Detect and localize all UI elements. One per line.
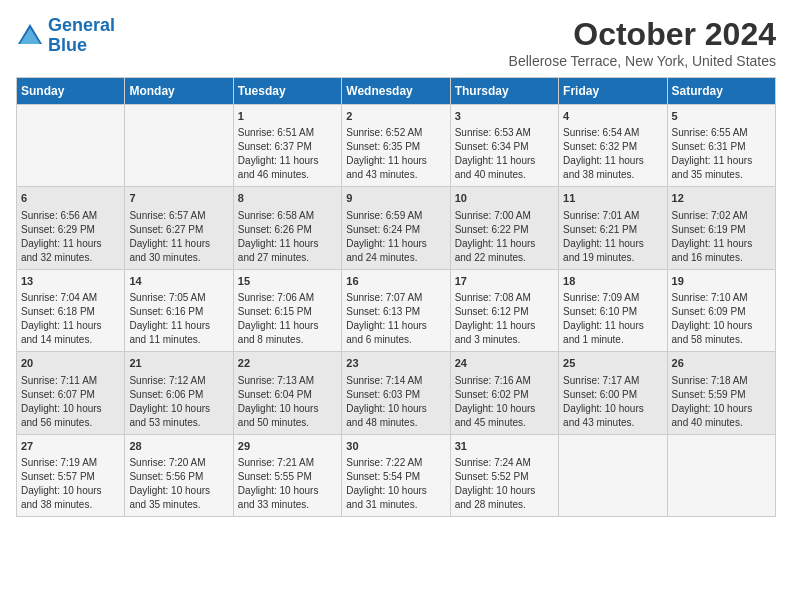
logo-line2: Blue [48, 35, 87, 55]
calendar-cell: 23Sunrise: 7:14 AMSunset: 6:03 PMDayligh… [342, 352, 450, 434]
day-info-line: Sunset: 6:06 PM [129, 388, 228, 402]
calendar-cell: 29Sunrise: 7:21 AMSunset: 5:55 PMDayligh… [233, 434, 341, 516]
day-info-line: Sunrise: 7:21 AM [238, 456, 337, 470]
day-number: 6 [21, 191, 120, 206]
day-info-line: and 16 minutes. [672, 251, 771, 265]
calendar-cell: 5Sunrise: 6:55 AMSunset: 6:31 PMDaylight… [667, 105, 775, 187]
weekday-header-monday: Monday [125, 78, 233, 105]
day-info-line: and 46 minutes. [238, 168, 337, 182]
day-info-line: Daylight: 11 hours [563, 154, 662, 168]
calendar-cell: 15Sunrise: 7:06 AMSunset: 6:15 PMDayligh… [233, 269, 341, 351]
day-info-line: Daylight: 11 hours [21, 237, 120, 251]
day-number: 20 [21, 356, 120, 371]
day-info-line: and 32 minutes. [21, 251, 120, 265]
week-row-3: 13Sunrise: 7:04 AMSunset: 6:18 PMDayligh… [17, 269, 776, 351]
day-info-line: and 48 minutes. [346, 416, 445, 430]
day-info-line: Sunrise: 6:55 AM [672, 126, 771, 140]
calendar-cell: 11Sunrise: 7:01 AMSunset: 6:21 PMDayligh… [559, 187, 667, 269]
day-info-line: Sunset: 6:04 PM [238, 388, 337, 402]
day-info-line: Sunrise: 7:07 AM [346, 291, 445, 305]
day-info-line: Sunset: 6:37 PM [238, 140, 337, 154]
day-info-line: Sunrise: 7:02 AM [672, 209, 771, 223]
day-info-line: Daylight: 11 hours [346, 237, 445, 251]
weekday-header-row: SundayMondayTuesdayWednesdayThursdayFrid… [17, 78, 776, 105]
day-info-line: Daylight: 10 hours [455, 484, 554, 498]
day-number: 17 [455, 274, 554, 289]
calendar-cell [17, 105, 125, 187]
day-info-line: Daylight: 11 hours [129, 319, 228, 333]
day-number: 30 [346, 439, 445, 454]
day-number: 22 [238, 356, 337, 371]
day-info-line: Daylight: 10 hours [672, 319, 771, 333]
title-block: October 2024 Bellerose Terrace, New York… [509, 16, 776, 69]
day-info-line: and 38 minutes. [21, 498, 120, 512]
day-info-line: Sunrise: 7:13 AM [238, 374, 337, 388]
day-info-line: Sunset: 6:03 PM [346, 388, 445, 402]
day-info-line: and 27 minutes. [238, 251, 337, 265]
day-info-line: and 33 minutes. [238, 498, 337, 512]
day-info-line: Sunrise: 7:10 AM [672, 291, 771, 305]
day-info-line: Sunrise: 6:56 AM [21, 209, 120, 223]
day-info-line: Sunrise: 7:08 AM [455, 291, 554, 305]
calendar-cell: 16Sunrise: 7:07 AMSunset: 6:13 PMDayligh… [342, 269, 450, 351]
calendar-cell: 3Sunrise: 6:53 AMSunset: 6:34 PMDaylight… [450, 105, 558, 187]
day-info-line: Daylight: 11 hours [563, 319, 662, 333]
day-info-line: Sunrise: 7:20 AM [129, 456, 228, 470]
day-info-line: Sunset: 5:59 PM [672, 388, 771, 402]
weekday-header-sunday: Sunday [17, 78, 125, 105]
day-info-line: and 6 minutes. [346, 333, 445, 347]
location-subtitle: Bellerose Terrace, New York, United Stat… [509, 53, 776, 69]
week-row-4: 20Sunrise: 7:11 AMSunset: 6:07 PMDayligh… [17, 352, 776, 434]
day-info-line: Sunrise: 7:19 AM [21, 456, 120, 470]
day-info-line: Sunset: 5:52 PM [455, 470, 554, 484]
day-info-line: Sunset: 6:27 PM [129, 223, 228, 237]
day-info-line: Sunset: 6:13 PM [346, 305, 445, 319]
day-info-line: Sunset: 6:16 PM [129, 305, 228, 319]
day-info-line: Sunset: 6:00 PM [563, 388, 662, 402]
day-info-line: Sunset: 6:35 PM [346, 140, 445, 154]
calendar-cell: 27Sunrise: 7:19 AMSunset: 5:57 PMDayligh… [17, 434, 125, 516]
day-info-line: Sunset: 6:19 PM [672, 223, 771, 237]
day-info-line: Sunrise: 7:16 AM [455, 374, 554, 388]
day-info-line: Daylight: 10 hours [455, 402, 554, 416]
day-info-line: Sunset: 6:22 PM [455, 223, 554, 237]
day-number: 31 [455, 439, 554, 454]
day-info-line: Daylight: 10 hours [238, 402, 337, 416]
day-info-line: Daylight: 11 hours [455, 237, 554, 251]
day-info-line: Sunrise: 7:14 AM [346, 374, 445, 388]
day-info-line: Sunrise: 7:06 AM [238, 291, 337, 305]
day-info-line: Sunset: 6:31 PM [672, 140, 771, 154]
day-info-line: Daylight: 10 hours [129, 484, 228, 498]
day-info-line: Daylight: 10 hours [563, 402, 662, 416]
day-info-line: Sunrise: 7:01 AM [563, 209, 662, 223]
day-info-line: and 11 minutes. [129, 333, 228, 347]
day-info-line: Sunrise: 6:58 AM [238, 209, 337, 223]
day-info-line: Sunset: 5:54 PM [346, 470, 445, 484]
day-info-line: and 24 minutes. [346, 251, 445, 265]
day-number: 27 [21, 439, 120, 454]
calendar-cell: 9Sunrise: 6:59 AMSunset: 6:24 PMDaylight… [342, 187, 450, 269]
day-info-line: Sunrise: 6:54 AM [563, 126, 662, 140]
day-info-line: Sunrise: 7:11 AM [21, 374, 120, 388]
month-title: October 2024 [509, 16, 776, 53]
day-info-line: Sunset: 6:10 PM [563, 305, 662, 319]
day-number: 12 [672, 191, 771, 206]
day-number: 19 [672, 274, 771, 289]
day-info-line: Sunset: 6:21 PM [563, 223, 662, 237]
day-info-line: and 58 minutes. [672, 333, 771, 347]
day-info-line: and 22 minutes. [455, 251, 554, 265]
day-info-line: Daylight: 11 hours [672, 154, 771, 168]
day-number: 8 [238, 191, 337, 206]
calendar-cell: 10Sunrise: 7:00 AMSunset: 6:22 PMDayligh… [450, 187, 558, 269]
day-info-line: and 43 minutes. [563, 416, 662, 430]
weekday-header-tuesday: Tuesday [233, 78, 341, 105]
day-info-line: Sunrise: 7:17 AM [563, 374, 662, 388]
day-number: 2 [346, 109, 445, 124]
weekday-header-wednesday: Wednesday [342, 78, 450, 105]
day-number: 24 [455, 356, 554, 371]
calendar-cell: 25Sunrise: 7:17 AMSunset: 6:00 PMDayligh… [559, 352, 667, 434]
day-info-line: Sunset: 5:56 PM [129, 470, 228, 484]
day-info-line: and 8 minutes. [238, 333, 337, 347]
day-info-line: and 50 minutes. [238, 416, 337, 430]
day-info-line: Sunrise: 7:22 AM [346, 456, 445, 470]
